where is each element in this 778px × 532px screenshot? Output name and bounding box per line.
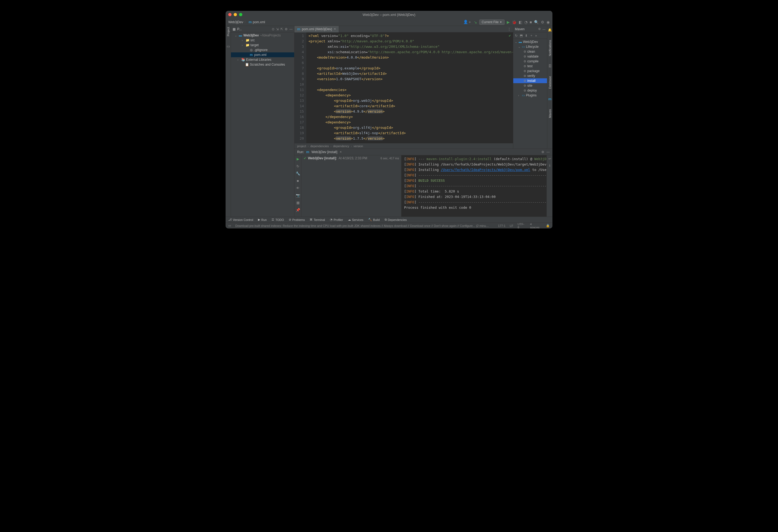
collapse-all-icon[interactable]: ⇱	[281, 27, 283, 31]
select-opened-icon[interactable]: ⊙	[272, 27, 275, 31]
lifecycle-goal[interactable]: ⚙test	[513, 64, 547, 69]
lifecycle-goal[interactable]: ⚙site	[513, 83, 547, 88]
editor-tab-menu-icon[interactable]: ⋮	[505, 27, 513, 31]
build-hammer-icon[interactable]: ↘	[474, 20, 477, 24]
left-tab-project[interactable]: Project	[227, 27, 230, 36]
tree-item[interactable]: 📋Scratches and Consoles	[231, 62, 294, 67]
close-icon[interactable]	[228, 13, 232, 16]
lifecycle-goal[interactable]: ⚙compile	[513, 59, 547, 64]
console-output[interactable]: [INFO] --- maven-install-plugin:2.4:inst…	[401, 155, 546, 216]
bottom-tab[interactable]: ⎇Version Control	[228, 218, 253, 221]
generate-icon[interactable]: ⬒	[520, 34, 523, 37]
lifecycle-goal[interactable]: ⚙clean	[513, 49, 547, 54]
maven-plugins-node[interactable]: ›▭ Plugins	[513, 93, 547, 98]
run-icon[interactable]: ▶	[507, 20, 510, 24]
editor-breadcrumbs[interactable]: project› dependencies› dependency› versi…	[295, 143, 513, 149]
expand-all-icon[interactable]: ⇲	[276, 27, 279, 31]
close-tab-icon[interactable]: ✕	[334, 27, 336, 31]
line-separator[interactable]: LF	[510, 224, 513, 228]
breadcrumb-item[interactable]: version	[354, 145, 363, 148]
minimize-icon[interactable]	[234, 13, 237, 16]
maven-gear-icon[interactable]: ⚙	[538, 27, 541, 31]
expand-icon[interactable]: »	[535, 34, 537, 37]
nav-project[interactable]: Web3jDev	[228, 20, 243, 24]
bottom-tab[interactable]: ◔Profiler	[330, 218, 343, 221]
file-encoding[interactable]: UTF-8	[518, 223, 526, 229]
search-icon[interactable]: 🔍	[534, 20, 539, 24]
panel-gear-icon[interactable]: ⚙	[285, 27, 288, 31]
coverage-icon[interactable]: ◧	[519, 20, 522, 24]
maven-lifecycle-node[interactable]: ⌄▭ Lifecycle	[513, 44, 547, 49]
scroll-end-icon[interactable]: ⤓	[548, 163, 551, 167]
nav-file[interactable]: pom.xml	[253, 20, 265, 24]
maximize-icon[interactable]	[239, 13, 242, 16]
tree-item[interactable]: ›📁src	[231, 38, 294, 43]
tree-item[interactable]: ›📚External Libraries	[231, 57, 294, 62]
run-tree[interactable]: ✔ Web3jDev [install]: At 4/19/23, 2:33 P…	[302, 155, 401, 216]
lifecycle-goal[interactable]: ⚙deploy	[513, 88, 547, 93]
notifications-icon[interactable]: 🔔	[548, 28, 552, 32]
tree-root[interactable]: ⌄ ▬ Web3jDev ~/IdeaProjects	[231, 33, 294, 38]
lifecycle-goal[interactable]: ⚙verify	[513, 74, 547, 78]
lifecycle-goal[interactable]: ⚙validate	[513, 54, 547, 59]
lifecycle-goal[interactable]: ⚙install	[513, 78, 547, 83]
maven-tree[interactable]: ⌄▬ Web3jDev ⌄▭ Lifecycle ⚙clean⚙validate…	[513, 39, 547, 149]
bottom-tab[interactable]: ⧉Dependencies	[385, 218, 407, 221]
stop-icon[interactable]: ■	[530, 20, 532, 24]
tree-item[interactable]: ◎.gitignore	[231, 48, 294, 53]
code-editor[interactable]: 1234567891011121314151617181920 <?xml ve…	[295, 32, 513, 143]
profile-icon[interactable]: ◔	[524, 20, 528, 24]
tree-item[interactable]: ›📁target	[231, 43, 294, 48]
show-icon[interactable]: 👁	[296, 186, 300, 190]
editor-tab[interactable]: m pom.xml (Web3jDev) ✕	[295, 26, 339, 32]
breadcrumb-item[interactable]: dependency	[333, 145, 349, 148]
tree-item[interactable]: mpom.xml	[231, 53, 294, 57]
run-node[interactable]: ✔ Web3jDev [install]: At 4/19/23, 2:33 P…	[304, 156, 399, 160]
settings-gear-icon[interactable]: ⚙	[541, 20, 544, 24]
download-icon[interactable]: ⬇	[525, 34, 528, 37]
debug-icon[interactable]: 🐞	[512, 20, 517, 24]
wrench-icon[interactable]: 🔧	[296, 172, 300, 176]
rerun-icon[interactable]: ▶	[297, 157, 299, 161]
stop-icon[interactable]: ■	[297, 179, 299, 183]
bottom-tab[interactable]: 🔨Build	[368, 218, 380, 221]
caret-position[interactable]: 177:1	[498, 224, 506, 228]
folder-icon[interactable]: ▭	[227, 44, 230, 48]
right-tab-database[interactable]: Database	[548, 76, 552, 89]
breadcrumb-item[interactable]: dependencies	[310, 145, 329, 148]
maven-hide-icon[interactable]: —	[542, 27, 545, 31]
reload-icon[interactable]: ↻	[515, 34, 518, 37]
bottom-tab[interactable]: ☰TODO	[271, 218, 284, 221]
right-tab-notifications[interactable]: Notifications	[548, 40, 552, 56]
event-log-icon[interactable]: ▭	[228, 224, 231, 228]
bottom-tab[interactable]: ☁Services	[348, 218, 363, 221]
indent-setting[interactable]: 4 spaces	[530, 223, 542, 229]
bottom-tab[interactable]: ⌘Terminal	[310, 218, 325, 221]
add-icon[interactable]: ＋	[530, 33, 533, 38]
soft-wrap-icon[interactable]: ↩	[548, 157, 551, 161]
readonly-lock-icon[interactable]: 🔒	[546, 224, 550, 228]
add-user-icon[interactable]: 👤＋	[463, 20, 472, 24]
status-message[interactable]: Download pre-built shared indexes: Reduc…	[235, 224, 489, 228]
close-run-tab-icon[interactable]: ✕	[339, 151, 342, 153]
database-icon[interactable]: 🗄	[548, 64, 552, 68]
run-hide-icon[interactable]: —	[546, 150, 550, 154]
code-content[interactable]: <?xml version="1.0" encoding="UTF-8"?><p…	[306, 32, 513, 143]
project-tree[interactable]: ⌄ ▬ Web3jDev ~/IdeaProjects ›📁src›📁targe…	[231, 32, 294, 216]
breadcrumb-item[interactable]: project	[297, 145, 306, 148]
toggle-tree-icon[interactable]: ↻	[296, 164, 299, 168]
right-tab-maven[interactable]: Maven	[548, 109, 552, 118]
maven-icon[interactable]: m	[548, 97, 552, 101]
run-gear-icon[interactable]: ⚙	[541, 150, 544, 154]
bottom-tab[interactable]: ⊘Problems	[289, 218, 305, 221]
layout-icon[interactable]: ▦	[296, 201, 300, 205]
camera-icon[interactable]: 📷	[296, 193, 300, 197]
bottom-tab[interactable]: ▶Run	[258, 218, 266, 221]
ide-colorwheel-icon[interactable]: ◉	[546, 20, 550, 24]
run-config-select[interactable]: Current File ▼	[479, 19, 504, 25]
lifecycle-goal[interactable]: ⚙package	[513, 69, 547, 74]
run-config-name[interactable]: Web3jDev [install]	[311, 150, 337, 154]
pin-icon[interactable]: 📌	[296, 208, 300, 212]
analysis-ok-icon[interactable]: ✔	[509, 33, 511, 37]
maven-project-node[interactable]: ⌄▬ Web3jDev	[513, 39, 547, 44]
